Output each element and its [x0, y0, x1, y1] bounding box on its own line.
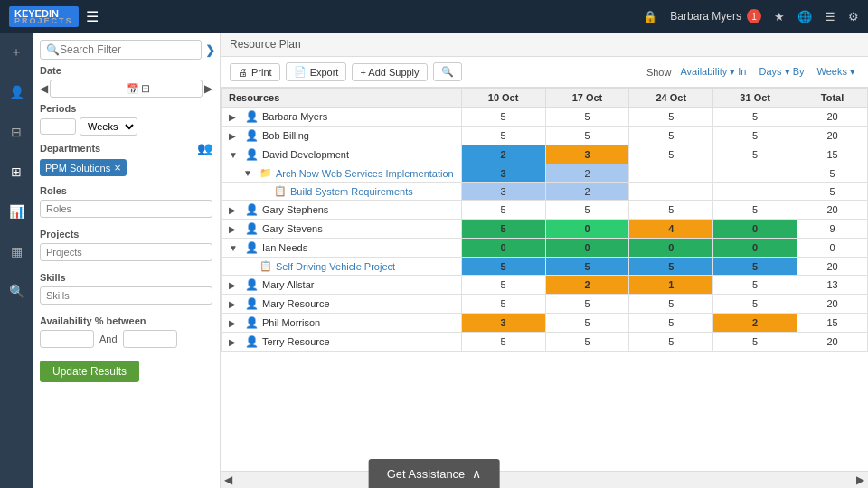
resource-cell-2: ▼👤David Development — [222, 145, 462, 164]
projects-input[interactable] — [40, 243, 212, 261]
add-supply-button[interactable]: + Add Supply — [352, 63, 427, 81]
sidebar-icon-chart[interactable]: 📊 — [4, 199, 29, 224]
resource-name: Bob Billing — [262, 130, 309, 141]
resource-name: David Development — [262, 149, 349, 160]
notification-badge[interactable]: 1 — [747, 9, 761, 23]
main-layout: 🔍 ❯ Date ◀ 10/10/2016 📅 ⊟ ▶ Periods 4 We… — [33, 33, 868, 488]
periods-input[interactable]: 4 — [40, 118, 76, 135]
value-cell: 1 — [629, 276, 713, 295]
resource-grid: Resources 10 Oct 17 Oct 24 Oct 31 Oct To… — [221, 88, 868, 352]
availability-label: Availability % between — [40, 315, 212, 326]
date-next-arrow[interactable]: ▶ — [204, 82, 212, 95]
value-cell: 5 — [545, 127, 629, 145]
star-icon[interactable]: ★ — [774, 10, 785, 23]
export-button[interactable]: 📄 Export — [286, 62, 347, 81]
roles-input[interactable] — [40, 200, 212, 218]
resource-name[interactable]: Self Driving Vehicle Project — [276, 261, 395, 272]
dept-tag-label: PPM Solutions — [45, 163, 110, 174]
expand-btn-9[interactable]: ▶ — [229, 280, 241, 290]
add-dept-icon[interactable]: 👥 — [197, 141, 212, 155]
folder-icon: 📁 — [259, 167, 272, 179]
update-results-button[interactable]: Update Results — [40, 361, 139, 382]
sidebar-icon-person[interactable]: 👤 — [4, 80, 29, 105]
expand-btn-6[interactable]: ▶ — [229, 224, 241, 234]
resource-cell-9: ▶👤Mary Allstar — [222, 276, 462, 295]
person-icon: 👤 — [245, 110, 259, 123]
person-icon: 👤 — [245, 148, 259, 161]
days-dropdown[interactable]: Days ▾ By — [756, 64, 808, 80]
menu-icon[interactable]: ☰ — [825, 10, 835, 23]
globe-icon[interactable]: 🌐 — [797, 10, 812, 23]
gear-icon[interactable]: ⚙ — [848, 10, 859, 23]
value-cell: 5 — [461, 258, 545, 276]
filter-panel: 🔍 ❯ Date ◀ 10/10/2016 📅 ⊟ ▶ Periods 4 We… — [33, 33, 221, 488]
resource-name: Gary Stephens — [262, 204, 328, 215]
resource-name: Gary Stevens — [262, 223, 323, 234]
table-row: ▼👤Ian Needs00000 — [222, 239, 868, 258]
content-area: Resource Plan 🖨 Print 📄 Export + Add Sup… — [221, 33, 868, 488]
date-label: Date — [40, 65, 212, 76]
availability-min-input[interactable] — [40, 330, 94, 348]
value-cell: 5 — [545, 295, 629, 314]
print-button[interactable]: 🖨 Print — [230, 63, 280, 81]
table-row: ▶👤Barbara Myers555520 — [222, 108, 868, 127]
value-cell — [713, 183, 797, 201]
value-cell: 5 — [545, 333, 629, 352]
hamburger-menu[interactable]: ☰ — [86, 8, 99, 25]
collapse-button[interactable]: ❯ — [205, 43, 215, 57]
resource-name: Terry Resource — [262, 336, 330, 347]
value-cell: 0 — [629, 239, 713, 258]
skills-input[interactable] — [40, 286, 212, 305]
get-assistance-button[interactable]: Get Assistance ∧ — [369, 459, 500, 488]
resource-name[interactable]: Build System Requirements — [290, 186, 413, 197]
expand-btn-3[interactable]: ▼ — [243, 168, 256, 178]
value-cell: 15 — [797, 314, 868, 333]
table-row: ▶👤Mary Allstar521513 — [222, 276, 868, 295]
expand-btn-1[interactable]: ▶ — [229, 131, 241, 141]
weeks-dropdown[interactable]: Weeks ▾ — [814, 64, 859, 80]
expand-btn-7[interactable]: ▼ — [229, 243, 241, 253]
sidebar-icon-list[interactable]: ⊟ — [4, 119, 29, 145]
dept-tag-remove[interactable]: × — [114, 161, 121, 174]
date-prev-arrow[interactable]: ◀ — [40, 82, 48, 95]
search-filter-button[interactable]: 🔍 — [433, 62, 462, 81]
value-cell: 5 — [461, 220, 545, 239]
availability-max-input[interactable] — [123, 330, 177, 348]
periods-label: Periods — [40, 103, 212, 114]
expand-btn-11[interactable]: ▶ — [229, 318, 241, 328]
expand-btn-0[interactable]: ▶ — [229, 112, 241, 122]
expand-btn-2[interactable]: ▼ — [229, 150, 241, 160]
table-row: 📋Build System Requirements325 — [222, 183, 868, 201]
scroll-left[interactable]: ◀ — [224, 474, 232, 486]
availability-dropdown[interactable]: Availability ▾ In — [676, 64, 750, 80]
value-cell: 20 — [797, 258, 868, 276]
sidebar-icon-search[interactable]: 🔍 — [4, 278, 29, 304]
skills-label: Skills — [40, 272, 212, 283]
resource-cell-1: ▶👤Bob Billing — [222, 127, 462, 145]
get-assistance-label: Get Assistance — [387, 467, 466, 481]
scroll-right[interactable]: ▶ — [856, 474, 864, 486]
table-row: 📋Self Driving Vehicle Project555520 — [222, 258, 868, 276]
resource-name[interactable]: Arch Now Web Services Implementation — [276, 168, 454, 179]
value-cell: 2 — [545, 183, 629, 201]
search-filter-row: 🔍 — [40, 40, 202, 60]
value-cell: 5 — [461, 201, 545, 220]
expand-btn-5[interactable]: ▶ — [229, 205, 241, 215]
search-filter-input[interactable] — [60, 43, 195, 56]
expand-btn-10[interactable]: ▶ — [229, 299, 241, 309]
date-input[interactable]: 10/10/2016 — [54, 83, 127, 94]
magnify-icon: 🔍 — [441, 66, 454, 78]
sidebar-icon-grid[interactable]: ⊞ — [4, 159, 29, 184]
value-cell: 13 — [797, 276, 868, 295]
col-24oct: 24 Oct — [629, 89, 713, 108]
calendar-icon[interactable]: 📅 — [127, 83, 139, 95]
value-cell: 5 — [545, 258, 629, 276]
sidebar-icon-add[interactable]: ＋ — [4, 40, 29, 65]
sidebar-icon-bar[interactable]: ▦ — [4, 239, 29, 264]
and-label: And — [99, 333, 118, 344]
dept-tag: PPM Solutions × — [40, 159, 127, 176]
export-icon: 📄 — [294, 66, 307, 78]
left-sidebar-icons: ＋ 👤 ⊟ ⊞ 📊 ▦ 🔍 — [0, 33, 33, 488]
periods-unit-select[interactable]: Weeks — [80, 117, 137, 136]
expand-btn-12[interactable]: ▶ — [229, 337, 241, 347]
